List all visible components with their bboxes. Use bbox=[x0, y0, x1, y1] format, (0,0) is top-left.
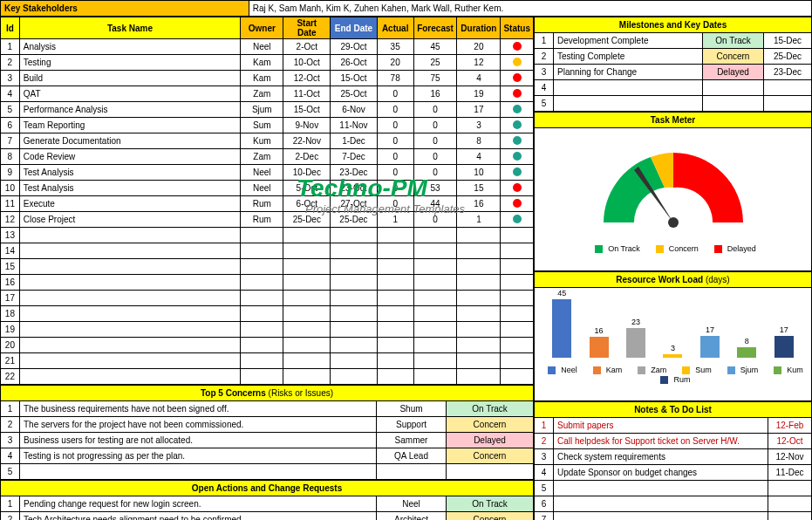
th-forecast: Forecast bbox=[413, 17, 457, 39]
status-dot-icon bbox=[513, 120, 522, 129]
notes-table: Notes & To Do List 1Submit papers12-Feb2… bbox=[534, 401, 812, 520]
th-status: Status bbox=[501, 17, 534, 39]
task-meter-title: Task Meter bbox=[535, 113, 812, 128]
status-dot-icon bbox=[513, 183, 522, 192]
status-dot-icon bbox=[513, 73, 522, 82]
task-row: 6Team ReportingSum9-Nov11-Nov003 bbox=[1, 118, 534, 133]
task-row: 7Generate DocumentationKum22-Nov1-Dec008 bbox=[1, 133, 534, 149]
milestone-row: 1Development CompleteOn Track15-Dec bbox=[535, 33, 812, 49]
th-end: End Date bbox=[331, 17, 378, 39]
th-duration: Duration bbox=[457, 17, 501, 39]
concerns-table: Top 5 Concerns (Risks or Issues) 1The bu… bbox=[0, 385, 534, 480]
milestone-row: 2Testing CompleteConcern25-Dec bbox=[535, 49, 812, 65]
task-row: 3BuildKam12-Oct15-Oct78754 bbox=[1, 71, 534, 86]
action-row: 2Tech Architecture needs alignment need … bbox=[1, 512, 534, 521]
notes-title: Notes & To Do List bbox=[535, 402, 812, 418]
status-dot-icon bbox=[513, 58, 522, 66]
concern-row: 3Business users for testing are not allo… bbox=[1, 433, 534, 448]
th-actual: Actual bbox=[377, 17, 413, 39]
concerns-title: Top 5 Concerns (Risks or Issues) bbox=[1, 386, 534, 401]
action-row: 1Pending change request for new login sc… bbox=[1, 496, 534, 512]
note-row: 3Check system requirements12-Nov bbox=[535, 449, 812, 465]
note-row: 2Call helpdesk for Support ticket on Ser… bbox=[535, 434, 812, 449]
actions-title: Open Actions and Change Requests bbox=[1, 481, 534, 496]
task-row: 4QATZam11-Oct25-Oct01619 bbox=[1, 86, 534, 102]
concern-row: 4Testing is not progressing as per the p… bbox=[1, 448, 534, 464]
workload-chart: 451623317817 NeelKamZamSumSjumKumRum bbox=[534, 288, 812, 401]
stakeholders-label: Key Stakeholders bbox=[1, 1, 249, 17]
concern-row: 2The servers for the project have not be… bbox=[1, 417, 534, 433]
task-row: 9Test AnalysisNeel10-Dec23-Dec0010 bbox=[1, 165, 534, 181]
milestone-row: 3Planning for ChangeDelayed23-Dec bbox=[535, 65, 812, 80]
status-dot-icon bbox=[513, 199, 522, 208]
actions-table: Open Actions and Change Requests 1Pendin… bbox=[0, 480, 534, 520]
note-row: 1Submit papers12-Feb bbox=[535, 418, 812, 434]
task-row: 1AnalysisNeel2-Oct29-Oct354520 bbox=[1, 39, 534, 55]
status-dot-icon bbox=[513, 215, 522, 223]
task-row: 10Test AnalysisNeel5-Oct23-Oct05315 bbox=[1, 181, 534, 196]
task-row: 2TestingKam10-Oct26-Oct202512 bbox=[1, 55, 534, 71]
status-dot-icon bbox=[513, 89, 522, 98]
task-row: 5Performance AnalysisSjum15-Oct6-Nov0017 bbox=[1, 102, 534, 118]
milestones-table: Milestones and Key Dates 1Development Co… bbox=[534, 17, 812, 112]
workload-title: Resource Work Load (days) bbox=[535, 272, 812, 288]
status-dot-icon bbox=[513, 105, 522, 113]
th-name: Task Name bbox=[19, 17, 240, 39]
task-row: 11ExecuteRum6-Oct27-Oct04416 bbox=[1, 196, 534, 212]
th-owner: Owner bbox=[241, 17, 283, 39]
status-dot-icon bbox=[513, 42, 522, 51]
th-id: Id bbox=[1, 17, 20, 39]
th-start: Start Date bbox=[283, 17, 331, 39]
svg-point-1 bbox=[668, 217, 679, 228]
task-row: 12Close ProjectRum25-Dec25-Dec101 bbox=[1, 212, 534, 228]
status-dot-icon bbox=[513, 168, 522, 176]
task-table: Id Task Name Owner Start Date End Date A… bbox=[0, 17, 534, 385]
note-row: 4Update Sponsor on budget changes11-Dec bbox=[535, 465, 812, 481]
concern-row: 1The business requirements have not been… bbox=[1, 401, 534, 417]
status-dot-icon bbox=[513, 152, 522, 161]
stakeholder-row: Key Stakeholders Raj K, Sam Manh, Kim K,… bbox=[0, 0, 812, 17]
status-dot-icon bbox=[513, 136, 522, 145]
stakeholders-value: Raj K, Sam Manh, Kim K, Zuhen Kahen, Mar… bbox=[249, 1, 811, 17]
task-meter-chart: On TrackConcernDelayed bbox=[534, 128, 812, 271]
task-row: 8Code ReviewZam2-Dec7-Dec004 bbox=[1, 149, 534, 165]
milestones-title: Milestones and Key Dates bbox=[535, 17, 812, 33]
